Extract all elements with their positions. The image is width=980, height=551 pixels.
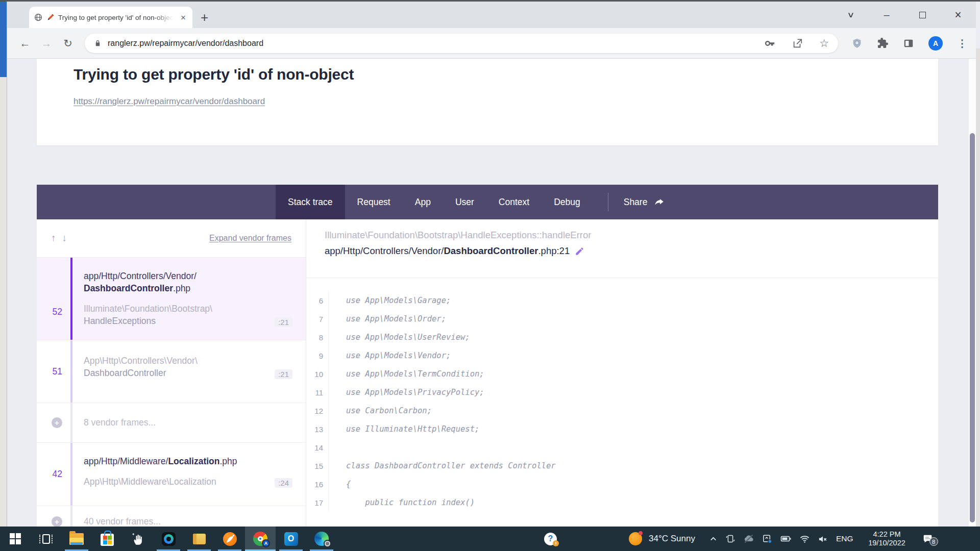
outlook-button[interactable]: O	[276, 527, 306, 551]
address-bar[interactable]: ranglerz.pw/repairmycar/vendor/dashboard…	[85, 34, 838, 53]
window-chevron-icon[interactable]: ∨	[826, 2, 876, 28]
forward-button[interactable]: →	[36, 33, 57, 54]
wifi-icon[interactable]	[799, 533, 811, 545]
windows-taskbar: A O ?i 34°C Sunny ENG 4:22 PM 19/10/2022…	[0, 527, 980, 551]
screen-rotate-icon[interactable]	[725, 533, 736, 544]
code-panel: Illuminate\Foundation\Bootstrap\HandleEx…	[306, 219, 938, 527]
clock[interactable]: 4:22 PM 19/10/2022	[863, 530, 912, 547]
notification-count-badge: 8	[929, 537, 938, 546]
help-info-badge: i	[553, 540, 559, 546]
tab-context[interactable]: Context	[486, 185, 542, 219]
volume-muted-icon[interactable]	[817, 533, 829, 545]
tab-user[interactable]: User	[443, 185, 486, 219]
stack-frame-42[interactable]: 42 app/Http/Middleware/Localization.php …	[37, 443, 306, 506]
shield-extension-icon[interactable]	[851, 37, 863, 49]
frame-method-name: Illuminate\Foundation\Bootstrap\HandleEx…	[325, 230, 938, 241]
notes-folder-button[interactable]	[184, 527, 214, 551]
tray-chevron-up-icon[interactable]	[708, 534, 718, 544]
microsoft-store-button[interactable]	[92, 527, 122, 551]
onedrive-paused-icon[interactable]	[743, 533, 755, 545]
prev-frame-icon[interactable]: ↑	[51, 233, 56, 244]
store-icon	[101, 534, 114, 546]
battery-icon[interactable]	[780, 533, 792, 545]
key-icon[interactable]	[764, 38, 775, 49]
browser-tab[interactable]: Trying to get property 'id' of non-objec…	[29, 7, 192, 28]
bookmark-star-icon[interactable]: ☆	[819, 38, 829, 48]
globe-icon	[34, 13, 42, 21]
menu-icon[interactable]: ⋮	[957, 37, 967, 49]
file-explorer-button[interactable]	[61, 527, 92, 551]
hand-app-button[interactable]	[122, 527, 153, 551]
expand-plus-icon[interactable]: +	[52, 516, 62, 527]
vendor-frames-label: 40 vendor frames...	[72, 506, 306, 527]
task-view-icon	[39, 534, 53, 544]
new-tab-button[interactable]: +	[201, 11, 208, 24]
url-text: ranglerz.pw/repairmycar/vendor/dashboard	[108, 39, 263, 48]
tab-debug[interactable]: Debug	[542, 185, 593, 219]
webex-button[interactable]	[153, 527, 184, 551]
tab-app[interactable]: App	[403, 185, 443, 219]
frame-file-name: app/Http/Controllers/Vendor/DashboardCon…	[325, 245, 938, 257]
tab-title: Trying to get property 'id' of non-objec…	[58, 14, 176, 21]
start-button[interactable]	[0, 527, 31, 551]
tab-close-icon[interactable]: ×	[179, 13, 187, 22]
code-line: 15class DashboardController extends Cont…	[306, 457, 938, 475]
language-indicator[interactable]: ENG	[836, 534, 853, 543]
vendor-frames-collapsed[interactable]: + 8 vendor frames...	[37, 403, 306, 443]
yellow-folder-icon	[193, 534, 206, 544]
chrome-button[interactable]: A	[245, 527, 276, 551]
file-explorer-icon	[69, 533, 84, 545]
hand-icon	[131, 532, 145, 546]
share-arrow-icon	[653, 196, 666, 208]
task-view-button[interactable]	[31, 527, 61, 551]
code-line: 16{	[306, 475, 938, 493]
scrollbar-thumb[interactable]	[970, 133, 975, 522]
get-help-tray[interactable]: ?i	[544, 527, 557, 551]
weather-sun-icon[interactable]	[629, 532, 642, 545]
tab-stack-trace[interactable]: Stack trace	[276, 185, 345, 219]
expand-plus-icon[interactable]: +	[52, 417, 62, 428]
share-button[interactable]: Share	[608, 185, 679, 219]
frame-class: Illuminate\Foundation\Bootstrap\HandleEx…	[84, 303, 275, 327]
share-icon[interactable]	[792, 38, 803, 49]
next-frame-icon[interactable]: ↓	[62, 233, 67, 244]
weather-text[interactable]: 34°C Sunny	[649, 534, 695, 544]
page-viewport: Trying to get property 'id' of non-objec…	[7, 59, 976, 527]
frame-class: App\Http\Middleware\Localization	[84, 475, 275, 488]
line-number-badge: :21	[275, 317, 292, 327]
time: 4:22 PM	[863, 530, 912, 539]
close-button[interactable]: ×	[940, 2, 976, 28]
edge-button[interactable]	[306, 527, 337, 551]
back-button[interactable]: ←	[14, 33, 36, 54]
stack-frame-52[interactable]: 52 app/Http/Controllers/Vendor/Dashboard…	[37, 258, 306, 340]
page-scrollbar[interactable]	[968, 59, 976, 527]
vendor-frames-collapsed-2[interactable]: + 40 vendor frames...	[37, 506, 306, 527]
lock-icon	[94, 39, 102, 47]
stack-frame-51[interactable]: 51 App\Http\Controllers\Vendor\Dashboard…	[37, 340, 306, 403]
avast-button[interactable]	[214, 527, 245, 551]
frame-number: 52	[37, 258, 70, 340]
edit-pencil-icon[interactable]	[575, 246, 584, 256]
side-panel-icon[interactable]	[903, 38, 914, 49]
sync-status-icon[interactable]	[762, 533, 773, 545]
error-card: Trying to get property 'id' of non-objec…	[37, 59, 938, 145]
error-url-link[interactable]: https://ranglerz.pw/repairmycar/vendor/d…	[74, 96, 265, 107]
code-line: 10use App\Models\TermCondition;	[306, 365, 938, 383]
maximize-button[interactable]	[904, 2, 940, 28]
system-tray	[708, 533, 829, 545]
extensions-puzzle-icon[interactable]	[877, 37, 889, 49]
tab-strip: Trying to get property 'id' of non-objec…	[7, 2, 976, 28]
action-center-button[interactable]: 8	[922, 533, 934, 544]
code-line: 17 public function index()	[306, 493, 938, 512]
reload-button[interactable]: ↻	[57, 33, 79, 54]
tab-request[interactable]: Request	[345, 185, 403, 219]
code-line: 8use App\Models\UserReview;	[306, 328, 938, 346]
expand-vendor-frames-link[interactable]: Expand vendor frames	[209, 234, 291, 243]
sidebar-header: ↑ ↓ Expand vendor frames	[37, 219, 306, 258]
frame-class: App\Http\Controllers\Vendor\DashboardCon…	[84, 355, 275, 379]
pencil-favicon	[46, 13, 55, 22]
chrome-profile-badge: A	[262, 539, 270, 547]
window-controls: ∨ – ×	[833, 2, 976, 28]
stack-trace-content: ↑ ↓ Expand vendor frames 52 app/Http/Con…	[37, 219, 938, 527]
profile-avatar[interactable]: A	[928, 36, 943, 51]
